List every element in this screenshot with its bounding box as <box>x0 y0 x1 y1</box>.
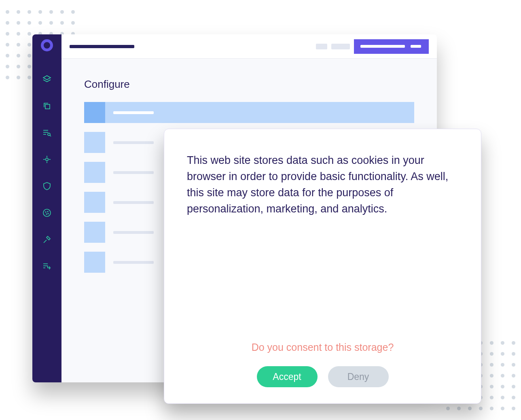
config-row-icon <box>84 132 105 153</box>
config-row-icon <box>84 192 105 213</box>
consent-question: Do you consent to this storage? <box>187 342 458 353</box>
shield-icon[interactable] <box>42 181 52 191</box>
svg-line-6 <box>50 135 51 136</box>
config-row-icon <box>84 162 105 183</box>
config-row-label-placeholder <box>113 231 154 234</box>
sidebar <box>32 34 61 382</box>
topbar-placeholder <box>316 44 327 49</box>
svg-point-5 <box>48 133 50 136</box>
config-row-label-placeholder <box>113 171 154 174</box>
svg-point-14 <box>47 211 48 212</box>
flow-icon[interactable] <box>42 261 52 272</box>
config-row-label-placeholder <box>113 261 154 264</box>
topbar <box>61 34 437 59</box>
deny-button[interactable]: Deny <box>328 366 389 387</box>
svg-point-12 <box>43 209 51 216</box>
svg-point-7 <box>46 158 48 161</box>
consent-dialog: This web site stores data such as cookie… <box>164 129 481 404</box>
svg-point-15 <box>46 214 47 214</box>
target-icon[interactable] <box>42 154 52 165</box>
config-row-label-placeholder <box>113 201 154 204</box>
topbar-primary-button[interactable] <box>354 39 429 54</box>
copy-icon[interactable] <box>42 101 52 111</box>
gavel-icon[interactable] <box>42 234 52 245</box>
app-logo <box>41 39 53 51</box>
topbar-placeholder <box>331 44 350 49</box>
svg-marker-0 <box>43 76 51 80</box>
config-row-icon <box>84 252 105 273</box>
svg-point-16 <box>48 213 49 214</box>
consent-body-text: This web site stores data such as cookie… <box>187 153 458 217</box>
svg-rect-1 <box>45 104 50 109</box>
layers-icon[interactable] <box>42 74 52 85</box>
consent-button-row: Accept Deny <box>187 366 458 387</box>
config-row-label-placeholder <box>113 111 154 114</box>
config-row[interactable] <box>84 102 414 123</box>
accept-button[interactable]: Accept <box>257 366 318 387</box>
svg-point-13 <box>45 212 46 212</box>
config-row-label-placeholder <box>113 141 154 144</box>
list-search-icon[interactable] <box>42 127 52 138</box>
page-heading: Configure <box>84 78 414 91</box>
topbar-title-placeholder <box>70 45 134 48</box>
config-row-icon <box>84 222 105 243</box>
config-row-icon <box>84 102 105 123</box>
svg-line-17 <box>44 240 47 243</box>
cookie-icon[interactable] <box>42 208 52 218</box>
